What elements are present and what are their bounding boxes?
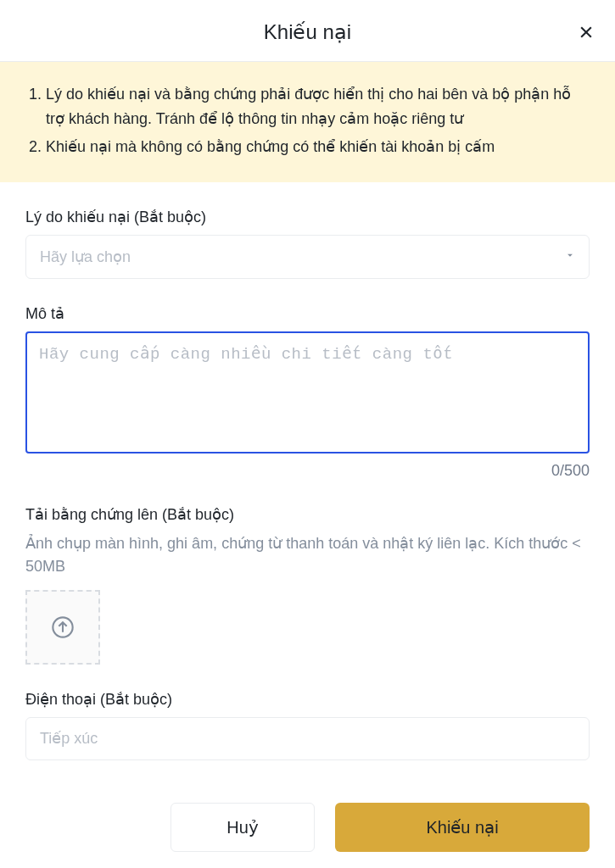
phone-label: Điện thoại (Bắt buộc) [25,690,590,709]
upload-button[interactable] [25,590,100,665]
notice-item: Khiếu nại mà không có bằng chứng có thể … [46,135,590,159]
notice-banner: Lý do khiếu nại và bằng chứng phải được … [0,62,615,182]
description-field: Mô tả 0/500 [25,304,590,480]
close-icon [578,24,595,41]
modal-footer: Huỷ Khiếu nại [0,803,615,868]
upload-help: Ảnh chụp màn hình, ghi âm, chứng từ than… [25,532,590,578]
reason-label: Lý do khiếu nại (Bắt buộc) [25,208,590,226]
upload-label: Tải bằng chứng lên (Bắt buộc) [25,505,590,524]
reason-select-wrap: Hãy lựa chọn [25,235,590,279]
reason-field: Lý do khiếu nại (Bắt buộc) Hãy lựa chọn [25,208,590,279]
description-label: Mô tả [25,304,590,323]
upload-icon [51,615,75,639]
upload-field: Tải bằng chứng lên (Bắt buộc) Ảnh chụp m… [25,505,590,665]
notice-list: Lý do khiếu nại và bằng chứng phải được … [25,82,590,159]
char-count: 0/500 [25,462,590,480]
form-content: Lý do khiếu nại (Bắt buộc) Hãy lựa chọn … [0,182,615,803]
cancel-button[interactable]: Huỷ [171,803,315,852]
page-title: Khiếu nại [264,20,351,44]
close-button[interactable] [578,24,595,44]
submit-button[interactable]: Khiếu nại [335,803,590,852]
notice-item: Lý do khiếu nại và bằng chứng phải được … [46,82,590,131]
modal-header: Khiếu nại [0,0,615,62]
phone-input[interactable] [25,717,590,760]
description-textarea[interactable] [25,331,590,453]
reason-select[interactable]: Hãy lựa chọn [25,235,590,279]
phone-field: Điện thoại (Bắt buộc) [25,690,590,760]
